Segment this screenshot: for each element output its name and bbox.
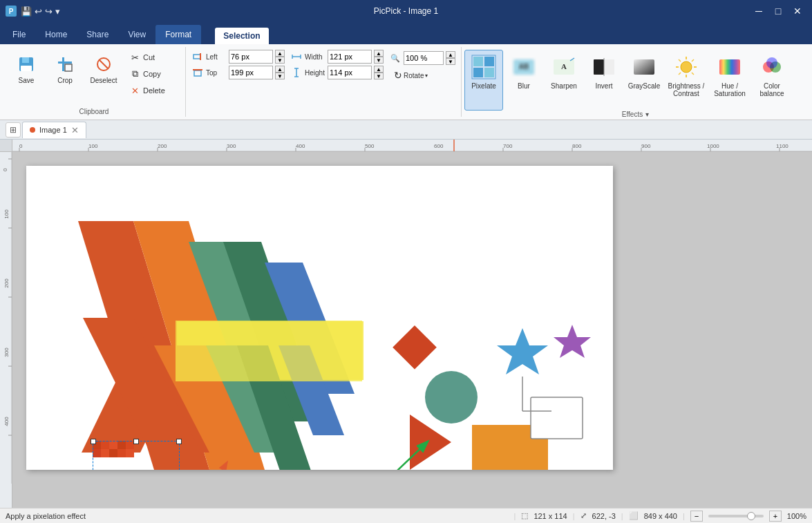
doc-tab-close-btn[interactable]: ✕ <box>71 125 79 135</box>
tab-home[interactable]: Home <box>35 25 77 44</box>
selection-dimensions: 121 x 114 <box>534 512 567 520</box>
deselect-icon <box>93 53 115 75</box>
svg-rect-31 <box>634 59 654 75</box>
height-input[interactable] <box>328 66 372 79</box>
zoom-slider-thumb[interactable] <box>747 512 755 520</box>
hue-icon <box>716 53 744 81</box>
left-input-row: Left ▲ ▼ <box>191 50 285 64</box>
crop-button[interactable]: Crop <box>47 50 83 88</box>
hue-button[interactable]: Hue / Saturation <box>709 50 750 111</box>
zoom-rotate-group: 🔍 ▲ ▼ ↻ Rotate ▾ <box>389 50 455 83</box>
zoom-slider[interactable] <box>708 515 764 517</box>
effects-expand-icon[interactable]: ▾ <box>645 111 649 118</box>
tab-format[interactable]: Format <box>155 25 201 44</box>
brightness-button[interactable]: Brightness / Contrast <box>665 50 708 111</box>
ruler-top-row: 0 100 200 300 400 500 600 700 800 900 <box>0 140 812 152</box>
crop-icon <box>54 53 76 75</box>
top-input[interactable] <box>229 66 273 79</box>
tab-switcher-btn[interactable]: ⊞ <box>6 122 21 137</box>
left-input[interactable] <box>229 50 273 64</box>
height-up-btn[interactable]: ▲ <box>374 66 384 73</box>
svg-rect-113 <box>93 441 101 449</box>
svg-text:500: 500 <box>365 143 375 149</box>
zoom-input[interactable] <box>404 51 444 65</box>
undo-quick-btn[interactable]: ↩ <box>35 6 42 17</box>
svg-line-38 <box>692 73 694 75</box>
status-right: | ⬚ 121 x 114 | ⤢ 622, -3 | ⬜ 849 x 440 … <box>514 511 806 522</box>
top-up-btn[interactable]: ▲ <box>275 66 285 73</box>
pixelate-button[interactable]: Pixelate <box>464 50 503 111</box>
svg-point-98 <box>425 371 478 424</box>
svg-rect-103 <box>531 397 583 439</box>
canvas-section: 0 100 200 300 400 500 600 700 800 900 <box>0 140 812 508</box>
save-label: Save <box>19 77 35 84</box>
zoom-icon: 🔍 <box>389 52 402 64</box>
svg-text:700: 700 <box>503 143 513 149</box>
quick-access-dropdown[interactable]: ▾ <box>55 6 60 17</box>
cut-button[interactable]: ✂ Cut <box>124 50 180 65</box>
rotate-label: Rotate <box>404 72 424 79</box>
svg-text:100: 100 <box>3 209 10 219</box>
svg-rect-19 <box>484 57 494 66</box>
zoom-up-btn[interactable]: ▲ <box>446 51 455 58</box>
cut-icon: ✂ <box>129 52 140 63</box>
svg-text:0: 0 <box>2 168 8 171</box>
canvas-image[interactable]: Shapes LINE Curved Arrow with text <box>26 166 613 470</box>
save-button[interactable]: Save <box>8 50 44 88</box>
svg-rect-114 <box>101 441 109 449</box>
width-input[interactable] <box>328 50 372 64</box>
deselect-button[interactable]: Deselect <box>86 50 122 88</box>
blur-button[interactable]: AB Blur <box>504 50 543 111</box>
svg-line-7 <box>100 60 108 68</box>
svg-text:100: 100 <box>88 143 98 149</box>
height-down-btn[interactable]: ▼ <box>374 73 384 79</box>
zoom-in-btn[interactable]: + <box>769 511 782 522</box>
invert-button[interactable]: Invert <box>585 50 623 111</box>
selection-dimensions-icon: ⬚ <box>521 511 528 520</box>
left-up-btn[interactable]: ▲ <box>275 50 285 57</box>
zoom-out-btn[interactable]: − <box>690 511 703 522</box>
svg-line-40 <box>679 73 681 75</box>
svg-rect-20 <box>473 68 483 77</box>
title-bar-left: P 💾 ↩ ↪ ▾ <box>6 6 60 17</box>
delete-label: Delete <box>143 86 165 95</box>
minimize-btn[interactable]: ─ <box>750 4 768 18</box>
svg-rect-21 <box>484 68 494 77</box>
colorbalance-button[interactable]: Color balance <box>752 50 792 111</box>
svg-text:1000: 1000 <box>707 143 719 149</box>
tab-share[interactable]: Share <box>77 25 118 44</box>
copy-label: Copy <box>143 70 161 78</box>
left-down-btn[interactable]: ▼ <box>275 57 285 64</box>
delete-icon: ✕ <box>129 85 140 96</box>
canvas-area[interactable]: Shapes LINE Curved Arrow with text <box>12 152 812 508</box>
redo-quick-btn[interactable]: ↪ <box>45 6 53 17</box>
tab-file[interactable]: File <box>3 25 35 44</box>
save-quick-btn[interactable]: 💾 <box>21 6 32 17</box>
grayscale-label: GrayScale <box>628 82 661 90</box>
delete-button[interactable]: ✕ Delete <box>124 83 180 98</box>
rotate-button[interactable]: ↻ Rotate ▾ <box>389 68 455 83</box>
ribbon-group-effects: Pixelate AB Blur <box>462 47 809 120</box>
canvas-main-row: 0 100 200 300 400 <box>0 152 812 508</box>
document-tab[interactable]: Image 1 ✕ <box>22 122 86 138</box>
ribbon-tab-bar: File Home Share View Format Selection <box>0 22 812 44</box>
zoom-down-btn[interactable]: ▼ <box>446 58 455 65</box>
grayscale-button[interactable]: GrayScale <box>625 50 663 111</box>
copy-button[interactable]: ⧉ Copy <box>124 66 180 82</box>
top-down-btn[interactable]: ▼ <box>275 73 285 79</box>
svg-rect-10 <box>194 70 201 76</box>
tab-view[interactable]: View <box>118 25 155 44</box>
width-down-btn[interactable]: ▼ <box>374 57 384 64</box>
svg-rect-41 <box>719 59 740 75</box>
quick-access-toolbar: 💾 ↩ ↪ ▾ <box>21 6 60 17</box>
cut-label: Cut <box>143 53 155 61</box>
maximize-btn[interactable]: □ <box>769 4 787 18</box>
svg-point-32 <box>681 61 692 73</box>
close-btn[interactable]: ✕ <box>789 4 806 18</box>
svg-rect-5 <box>65 64 72 71</box>
sharpen-button[interactable]: A Sharpen <box>545 50 583 111</box>
width-up-btn[interactable]: ▲ <box>374 50 384 57</box>
colorbalance-icon <box>758 53 786 81</box>
status-hint: Apply a pixelation effect <box>6 512 86 520</box>
canvas-svg: Shapes LINE Curved Arrow with text <box>26 166 613 470</box>
